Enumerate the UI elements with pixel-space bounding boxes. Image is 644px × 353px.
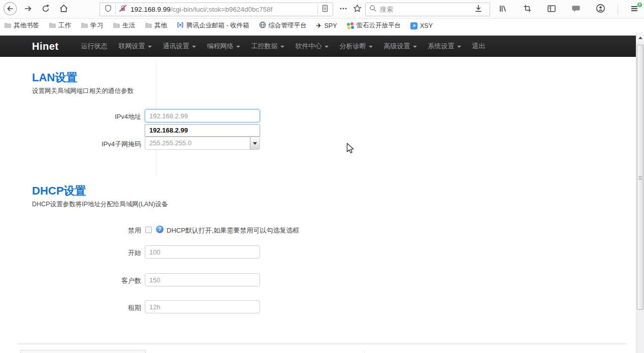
back-button[interactable]	[3, 3, 17, 17]
url-text[interactable]: 192.168.9.99/cgi-bin/luci/;stok=b9624d0b…	[131, 6, 314, 13]
sidebar-icon	[547, 4, 556, 15]
partial-bottom-panel	[20, 350, 146, 353]
nav-item-advanced-settings[interactable]: 高级设置	[378, 36, 423, 57]
tencent-mail-icon	[177, 21, 184, 30]
nav-item-network-settings[interactable]: 联网设置	[113, 36, 157, 57]
library-icon	[498, 4, 507, 15]
url-bar[interactable]: 192.168.9.99/cgi-bin/luci/;stok=b9624d0b…	[100, 3, 333, 16]
ipv4-autocomplete-suggestion[interactable]: 192.168.2.99	[145, 124, 260, 137]
bottom-divider	[18, 343, 626, 344]
home-button[interactable]	[56, 3, 71, 17]
partial-bottom-divider	[364, 350, 365, 353]
screenshot-button[interactable]	[520, 3, 534, 17]
nav-item-industrial-data[interactable]: 工控数据	[246, 36, 290, 57]
nav-item-label: 工控数据	[251, 42, 278, 50]
bookmark-folder-study[interactable]: 学习	[81, 21, 103, 30]
dhcp-start-input[interactable]	[145, 245, 260, 259]
dhcp-section-subtitle: DHCP设置参数将IP地址分配给局域网(LAN)设备	[32, 200, 168, 209]
lan-section-title: LAN设置	[32, 70, 77, 85]
nav-item-label: 高级设置	[384, 42, 410, 50]
reader-mode-icon[interactable]	[321, 4, 329, 15]
download-icon	[474, 4, 483, 15]
ezviz-icon	[347, 22, 354, 29]
scrollbar-thumb[interactable]	[637, 45, 643, 310]
insecure-lock-icon[interactable]	[119, 4, 127, 15]
nav-item-label: 退出	[472, 42, 486, 50]
ellipsis-icon	[339, 5, 347, 15]
bookmark-folder-other-bookmarks[interactable]: 其他书签	[4, 21, 39, 30]
url-bar-separator	[115, 5, 116, 14]
url-path: /cgi-bin/luci/;stok=b9624d0bc758f	[171, 6, 273, 13]
caret-up-icon	[638, 37, 642, 39]
bookmark-xsy[interactable]: XSY	[410, 22, 433, 29]
folder-icon	[49, 22, 56, 30]
dhcp-clients-input[interactable]	[145, 273, 260, 286]
bookmark-folder-misc[interactable]: 其他	[145, 21, 167, 30]
plane-icon: ✈	[316, 22, 322, 29]
caret-down-icon	[457, 46, 461, 48]
bookmark-label: 生活	[122, 21, 135, 30]
caret-down-icon	[148, 46, 152, 48]
dhcp-section-title: DHCP设置	[32, 183, 86, 199]
nav-item-label: 编程网络	[207, 42, 234, 50]
speech-bubble-icon	[571, 4, 581, 15]
netmask-select[interactable]: 255.255.255.0	[145, 137, 260, 150]
page-actions-button[interactable]	[337, 3, 350, 16]
nav-item-analysis-diagnosis[interactable]: 分析诊断	[334, 36, 378, 57]
folder-icon	[81, 22, 88, 30]
messages-button[interactable]	[569, 3, 583, 17]
back-icon	[3, 2, 17, 18]
menu-button[interactable]	[628, 4, 640, 16]
bookmark-ezviz-platform[interactable]: 萤石云开放平台	[347, 21, 401, 30]
mouse-cursor	[346, 143, 355, 156]
toolbar-separator	[618, 5, 618, 15]
folder-icon	[113, 22, 120, 30]
reload-icon	[41, 4, 50, 15]
crop-icon	[523, 4, 532, 15]
bookmark-spy[interactable]: ✈ SPY	[316, 22, 337, 29]
scrollbar-grip-icon	[638, 176, 642, 181]
lan-section-subtitle: 设置网关局域网端口相关的通信参数	[32, 87, 134, 95]
library-button[interactable]	[496, 3, 510, 17]
dhcp-disable-checkbox[interactable]	[145, 227, 152, 233]
reload-button[interactable]	[39, 3, 53, 17]
sidebar-toggle-button[interactable]	[544, 3, 559, 17]
bookmark-folder-life[interactable]: 生活	[113, 21, 135, 30]
bookmark-label: 其他书签	[14, 21, 39, 30]
nav-item-system-settings[interactable]: 系统设置	[423, 36, 467, 57]
nav-item-label: 软件中心	[296, 42, 322, 50]
help-icon[interactable]: ?	[156, 226, 164, 233]
account-button[interactable]	[593, 3, 607, 17]
caret-down-icon	[413, 46, 417, 48]
bookmark-management-platform[interactable]: 综合管理平台	[259, 21, 307, 30]
update-badge-icon	[637, 2, 642, 8]
bookmark-star-button[interactable]	[350, 3, 364, 16]
page-scrollbar[interactable]	[636, 33, 644, 353]
home-icon	[59, 4, 69, 15]
nav-item-comm-settings[interactable]: 通讯设置	[157, 36, 202, 57]
dhcp-clients-label: 客户数	[29, 276, 141, 285]
netmask-dropdown-button[interactable]	[250, 137, 260, 149]
downloads-button[interactable]	[471, 3, 486, 17]
bookmark-label: 其他	[154, 21, 167, 30]
person-icon	[596, 4, 605, 15]
nav-item-software-center[interactable]: 软件中心	[290, 36, 334, 57]
scrollbar-up-button[interactable]	[636, 34, 644, 42]
bookmark-label: 腾讯企业邮箱 - 收件箱	[186, 21, 249, 30]
bookmark-folder-work[interactable]: 工作	[49, 21, 71, 30]
star-icon	[353, 4, 362, 15]
caret-down-icon	[280, 46, 284, 48]
ipv4-netmask-label: IPv4子网掩码	[29, 140, 141, 149]
bookmark-tencent-exmail[interactable]: 腾讯企业邮箱 - 收件箱	[177, 21, 249, 30]
nav-item-logout[interactable]: 退出	[467, 36, 491, 57]
url-fade	[291, 6, 314, 13]
nav-item-programming-network[interactable]: 编程网络	[202, 36, 246, 57]
dhcp-disable-label: 禁用	[29, 226, 141, 235]
nav-item-status[interactable]: 运行状态	[76, 36, 113, 57]
tracking-shield-icon[interactable]	[104, 4, 112, 15]
bookmark-label: 工作	[58, 21, 71, 30]
dhcp-lease-input[interactable]	[145, 300, 260, 313]
forward-button[interactable]	[21, 3, 35, 17]
nav-item-label: 通讯设置	[163, 42, 189, 50]
ipv4-address-input[interactable]	[145, 109, 260, 122]
